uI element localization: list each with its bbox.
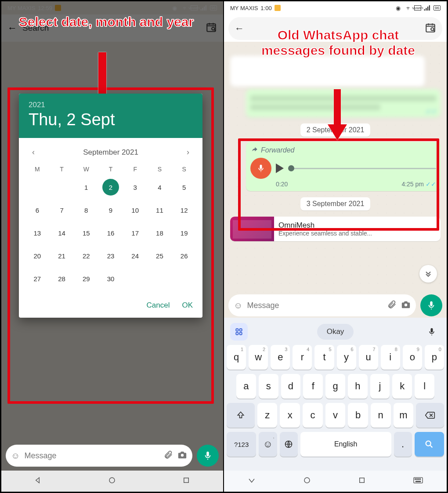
key-a[interactable]: a (236, 374, 256, 399)
day-cell[interactable]: 21 (54, 247, 70, 264)
day-cell[interactable]: 10 (127, 202, 144, 218)
day-cell[interactable]: 16 (102, 225, 119, 241)
day-of-week-label: F (123, 166, 148, 173)
nav-home-icon[interactable] (108, 476, 116, 486)
date-picker-date[interactable]: Thu, 2 Sept (29, 110, 193, 129)
day-cell[interactable]: 8 (78, 202, 94, 218)
day-cell[interactable]: 15 (78, 225, 94, 241)
day-cell[interactable]: 11 (151, 202, 168, 218)
attach-icon[interactable] (163, 450, 173, 462)
keyboard-apps-button[interactable] (230, 323, 248, 341)
nav-back-icon[interactable] (248, 476, 256, 486)
key-y[interactable]: y6 (337, 345, 356, 370)
voice-record-button[interactable] (197, 445, 219, 467)
date-picker-year[interactable]: 2021 (29, 101, 193, 109)
day-cell[interactable]: 5 (176, 179, 192, 196)
nav-recent-icon[interactable] (182, 476, 190, 486)
key-d[interactable]: d (281, 374, 301, 399)
month-prev-button[interactable]: ‹ (29, 146, 38, 159)
day-cell[interactable]: 20 (29, 247, 46, 264)
attach-icon[interactable] (387, 300, 397, 312)
nav-keyboard-icon[interactable] (413, 477, 423, 486)
key-w[interactable]: w2 (249, 345, 268, 370)
day-of-week-label: T (98, 166, 123, 173)
message-input[interactable]: ☺ Message (228, 294, 416, 316)
ok-button[interactable]: OK (182, 301, 193, 310)
voice-record-button[interactable] (420, 294, 442, 316)
key-i[interactable]: i8 (381, 345, 400, 370)
day-cell[interactable]: 28 (54, 270, 70, 287)
day-cell[interactable]: 23 (102, 247, 119, 264)
message-in-blurred (230, 56, 425, 87)
key-z[interactable]: z (257, 403, 278, 428)
key-j[interactable]: j (370, 374, 390, 399)
key-l[interactable]: l (415, 374, 434, 399)
key-n[interactable]: n (371, 403, 391, 428)
nav-back-icon[interactable] (34, 476, 42, 486)
calendar-search-icon[interactable] (425, 22, 436, 35)
key-p[interactable]: p0 (425, 345, 444, 370)
key-r[interactable]: r4 (293, 345, 312, 370)
key-emoji[interactable]: ☺, (259, 432, 277, 457)
key-b[interactable]: b (348, 403, 368, 428)
android-navbar (1, 471, 223, 492)
key-f[interactable]: f (303, 374, 323, 399)
keyboard-suggestion[interactable]: Okay (317, 324, 354, 340)
key-u[interactable]: u7 (359, 345, 378, 370)
key-q[interactable]: q1 (227, 345, 246, 370)
month-next-button[interactable]: › (183, 146, 193, 159)
back-arrow-icon[interactable]: ← (235, 23, 244, 34)
day-cell[interactable]: 12 (176, 202, 192, 218)
key-e[interactable]: e3 (271, 345, 290, 370)
key-period[interactable]: . (394, 432, 412, 457)
day-cell[interactable]: 19 (176, 225, 192, 241)
key-m[interactable]: m (394, 403, 414, 428)
nav-recent-icon[interactable] (358, 476, 366, 486)
day-cell[interactable]: 6 (29, 202, 46, 218)
day-cell[interactable]: 7 (54, 202, 70, 218)
key-h[interactable]: h (348, 374, 368, 399)
day-cell[interactable]: 18 (151, 225, 168, 241)
link-preview-subtitle: Experience seamless and stable... (278, 230, 372, 237)
camera-icon[interactable] (177, 450, 187, 462)
key-symbols[interactable]: ?123 (227, 432, 256, 457)
day-cell[interactable]: 14 (54, 225, 70, 241)
day-cell[interactable]: 27 (29, 270, 46, 287)
day-cell[interactable]: 22 (78, 247, 94, 264)
day-cell[interactable]: 9 (102, 202, 119, 218)
day-cell[interactable]: 30 (102, 270, 119, 287)
day-cell[interactable]: 26 (176, 247, 192, 264)
key-search[interactable] (415, 432, 444, 457)
day-cell[interactable]: 17 (127, 225, 144, 241)
day-cell[interactable]: 4 (151, 179, 168, 196)
key-k[interactable]: k (392, 374, 412, 399)
day-cell[interactable]: 13 (29, 225, 46, 241)
cancel-button[interactable]: Cancel (147, 301, 170, 310)
emoji-icon[interactable]: ☺ (234, 301, 242, 311)
key-o[interactable]: o9 (403, 345, 422, 370)
day-cell[interactable]: 24 (127, 247, 144, 264)
day-cell[interactable]: 1 (78, 179, 94, 196)
key-shift[interactable] (227, 403, 255, 428)
key-x[interactable]: x (280, 403, 300, 428)
day-cell[interactable]: 3 (127, 179, 144, 196)
nav-home-icon[interactable] (303, 476, 311, 486)
svg-rect-27 (418, 478, 419, 479)
day-cell[interactable]: 2 (102, 179, 119, 196)
key-language[interactable] (280, 432, 298, 457)
key-c[interactable]: c (303, 403, 323, 428)
key-s[interactable]: s (259, 374, 278, 399)
keyboard-mic-button[interactable] (423, 323, 441, 341)
camera-icon[interactable] (401, 300, 411, 312)
key-g[interactable]: g (325, 374, 345, 399)
scroll-down-button[interactable] (419, 265, 437, 283)
key-t[interactable]: t5 (314, 345, 334, 370)
day-cell[interactable]: 25 (151, 247, 168, 264)
key-space[interactable]: English (300, 432, 391, 457)
day-empty (151, 270, 168, 287)
emoji-icon[interactable]: ☺ (11, 451, 20, 461)
key-backspace[interactable] (416, 403, 444, 428)
key-v[interactable]: v (325, 403, 346, 428)
day-cell[interactable]: 29 (78, 270, 94, 287)
message-input[interactable]: ☺ Message (6, 445, 192, 467)
